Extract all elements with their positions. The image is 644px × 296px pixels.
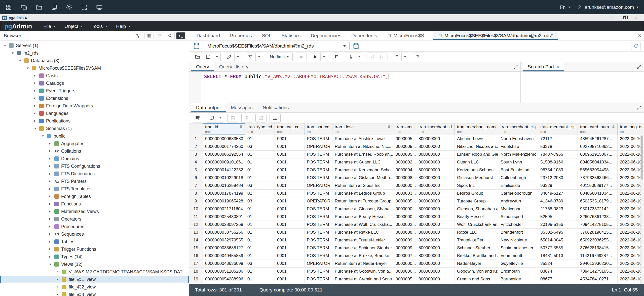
grid-cell[interactable]: 0001 <box>275 252 305 260</box>
grid-cell[interactable]: Purchase at Treutel-Leffler <box>332 236 393 244</box>
caret-right-icon[interactable] <box>49 248 52 250</box>
grid-cell[interactable]: Emilioside <box>498 182 538 190</box>
grid-cell[interactable]: 2022-06-10... <box>618 221 644 229</box>
connection-select[interactable]: MicroFocus$SEE$Files$VSAM/dbadmin@m2_rds <box>204 42 350 50</box>
grid-cell[interactable]: 565683054498... <box>578 166 618 174</box>
grid-cell[interactable]: Fritzchester <box>498 221 538 229</box>
grid-cell[interactable]: 0001 <box>275 268 305 275</box>
grid-cell[interactable]: Turcotte Group <box>455 197 498 205</box>
sql-code-line[interactable]: SELECT * FROM public."V_AWS.M2.CARDDEMO.… <box>201 72 520 103</box>
grid-cell[interactable]: East Eulahstad <box>498 166 538 174</box>
row-number[interactable]: 1 <box>189 135 203 143</box>
grid-cell[interactable]: 650923036255... <box>578 236 618 244</box>
grid-cell[interactable]: 34849-5127 <box>538 190 578 197</box>
grid-cell[interactable]: 08677 <box>538 275 578 283</box>
caret-down-icon[interactable] <box>19 60 22 61</box>
grid-cell[interactable]: 0001 <box>275 190 305 197</box>
scrollbar-thumb[interactable] <box>641 136 643 180</box>
grid-cell[interactable]: Ericmouth <box>498 268 538 275</box>
tab-messages[interactable]: Messages <box>226 103 258 112</box>
grid-cell[interactable]: POS TERM <box>305 268 332 275</box>
grid-cell[interactable]: 2022-06-10... <box>618 244 644 252</box>
grid-cell[interactable]: 01 <box>245 205 275 213</box>
grid-cell[interactable]: 41346-3789 <box>538 197 578 205</box>
tree-item[interactable]: Tables <box>0 238 189 245</box>
grid-cell[interactable]: Treutel-Leffler <box>455 236 498 244</box>
grid-cell[interactable]: 800000000 <box>416 252 455 260</box>
grid-cell[interactable]: 0001 <box>275 205 305 213</box>
grid-cell[interactable]: 0000008... <box>393 174 416 182</box>
grid-cell[interactable]: 800000000 <box>416 174 455 182</box>
terminal-icon[interactable]: >_ <box>176 32 185 39</box>
grid-cell[interactable]: Fidelshire <box>498 143 538 151</box>
grid-cell[interactable]: Beatty-Hessel <box>455 213 498 221</box>
copy-dropdown[interactable] <box>217 114 224 122</box>
grid-cell[interactable]: 0000002... <box>393 158 416 166</box>
grid-cell[interactable]: 0000000... <box>393 182 416 190</box>
grid-cell[interactable]: 65014-0045 <box>538 236 578 244</box>
grid-cell[interactable]: 2022-06-10... <box>618 182 644 190</box>
caret-down-icon[interactable] <box>26 67 29 69</box>
row-number[interactable]: 14 <box>189 236 203 244</box>
vertical-scrollbar[interactable] <box>640 135 644 284</box>
fn-menu[interactable]: Fn <box>560 5 571 10</box>
tree-item[interactable]: 1.3Sequences <box>0 230 189 238</box>
grid-cell[interactable]: 0001 <box>275 221 305 229</box>
tree-item[interactable]: Types (14) <box>0 253 189 261</box>
row-number[interactable]: 16 <box>189 252 203 260</box>
explain-analyze-dropdown[interactable] <box>356 53 363 61</box>
grid-cell[interactable]: 20195-5156 <box>538 221 578 229</box>
macros-dropdown[interactable] <box>402 53 409 61</box>
grid-cell[interactable]: POS TERM <box>305 151 332 158</box>
grid-cell[interactable]: 800000000 <box>416 143 455 151</box>
grid-cell[interactable]: Return item at Turcotte Group <box>332 197 393 205</box>
grid-cell[interactable]: 01 <box>245 190 275 197</box>
filter-button[interactable] <box>245 53 256 61</box>
caret-right-icon[interactable] <box>49 165 52 167</box>
grid-cell[interactable]: North Makenziemo... <box>498 151 538 158</box>
column-header-tran-amt[interactable]: tran_amttext <box>393 123 416 135</box>
row-number[interactable]: 19 <box>189 275 203 283</box>
caret-right-icon[interactable] <box>34 74 37 77</box>
tab-microfocus-s[interactable]: MicroFocus$S... <box>382 31 433 40</box>
grid-cell[interactable]: Bartonside <box>498 275 538 283</box>
tab-properties[interactable]: Properties <box>225 31 257 40</box>
caret-right-icon[interactable] <box>49 180 52 183</box>
download-button[interactable] <box>270 114 280 122</box>
grid-cell[interactable]: 092798710863... <box>578 143 618 151</box>
copy-windows-icon[interactable] <box>50 4 58 11</box>
grid-cell[interactable]: 0000000006292564 <box>203 151 245 158</box>
grid-cell[interactable]: POS TERM <box>305 236 332 244</box>
row-number[interactable]: 5 <box>189 166 203 174</box>
grid-cell[interactable]: 2022-06-10... <box>618 197 644 205</box>
panel-close-icon[interactable]: × <box>638 31 641 40</box>
grid-cell[interactable]: 50777-5535 <box>538 244 578 252</box>
expand-editor-button[interactable] <box>511 62 520 71</box>
caret-right-icon[interactable] <box>34 82 37 84</box>
grid-cell[interactable]: Simonisport <box>498 213 538 221</box>
screen-share-icon[interactable] <box>96 4 103 11</box>
grid-cell[interactable]: 800000000 <box>416 236 455 244</box>
restore-button[interactable] <box>619 14 630 21</box>
grid-cell[interactable]: 0001 <box>275 229 305 236</box>
grid-cell[interactable]: 800000000 <box>416 158 455 166</box>
tree-item[interactable]: Procedures <box>0 223 189 230</box>
scratch-pad-close-icon[interactable]: × <box>556 64 559 70</box>
caret-right-icon[interactable] <box>49 195 52 198</box>
row-number[interactable]: 2 <box>189 143 203 151</box>
grid-cell[interactable]: 2022-06-10... <box>618 166 644 174</box>
row-number[interactable]: 8 <box>189 190 203 197</box>
column-header-tran-merchant-id[interactable]: tran_merchant_idtext <box>416 123 455 135</box>
search-icon[interactable] <box>166 32 175 39</box>
grid-cell[interactable]: Andrewfurt <box>498 197 538 205</box>
grid-cell[interactable]: 2022-06-10... <box>618 158 644 166</box>
caret-right-icon[interactable] <box>49 188 52 190</box>
grid-cell[interactable]: 800000000 <box>416 244 455 252</box>
grid-cell[interactable]: 0001 <box>275 143 305 151</box>
row-number[interactable]: 7 <box>189 182 203 190</box>
grid-cell[interactable]: 0000000025430891 <box>203 213 245 221</box>
grid-cell[interactable]: 485945261287... <box>578 135 618 143</box>
grid-cell[interactable]: 03 <box>245 182 275 190</box>
grid-cell[interactable]: 0000000010229018 <box>203 174 245 182</box>
grid-cell[interactable]: 03 <box>245 143 275 151</box>
